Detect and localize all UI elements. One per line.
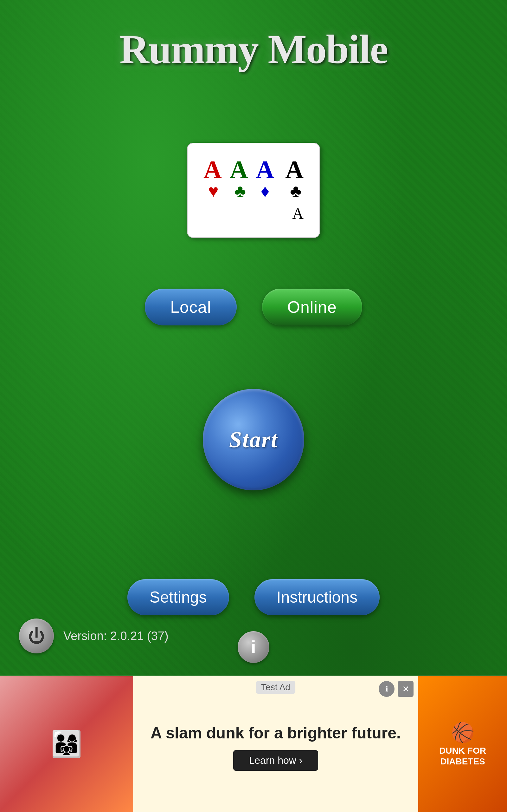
ad-info-icon-button[interactable]: ℹ <box>379 681 395 697</box>
card-inner: A ♥ A ♣ A ♦ A ♣ A <box>194 150 313 231</box>
ace-red-letter: A <box>204 158 222 181</box>
power-version-row: ⏻ Version: 2.0.21 (37) <box>19 618 169 653</box>
power-button[interactable]: ⏻ <box>19 618 54 653</box>
ace-red-suit: ♥ <box>208 181 219 201</box>
ad-content: Test Ad A slam dunk for a brighter futur… <box>133 676 418 812</box>
ad-learn-button[interactable]: Learn how › <box>233 750 319 771</box>
info-button[interactable]: i <box>238 631 269 663</box>
ad-logo: 🏀 DUNK FOR DIABETES <box>418 676 507 812</box>
ace-black-suit: ♣ <box>290 181 301 201</box>
info-button-container: i <box>238 631 269 663</box>
power-section: ⏻ Version: 2.0.21 (37) <box>19 618 169 653</box>
start-button-container: Start <box>203 389 304 490</box>
ad-people-icon: 👨‍👩‍👧 <box>51 729 82 759</box>
ace-green-suit: ♣ <box>234 181 246 201</box>
ace-green-letter: A <box>230 158 248 181</box>
ad-logo-text: DUNK FOR DIABETES <box>425 745 501 767</box>
ad-test-label: Test Ad <box>256 681 295 694</box>
version-label: Version: 2.0.21 (37) <box>63 629 169 643</box>
card-clubs-black: A ♣ A <box>282 155 307 226</box>
instructions-button[interactable]: Instructions <box>255 579 380 615</box>
ace-black-bottom: A <box>292 204 303 223</box>
settings-button[interactable]: Settings <box>127 579 229 615</box>
start-button[interactable]: Start <box>203 389 304 490</box>
cards-fan: A ♥ A ♣ A ♦ A ♣ A <box>187 143 320 238</box>
power-icon: ⏻ <box>28 626 45 646</box>
ad-close-button[interactable]: ✕ <box>398 681 413 697</box>
ad-basketball-icon: 🏀 <box>451 721 475 744</box>
online-button[interactable]: Online <box>262 289 362 325</box>
bottom-buttons-row: Settings Instructions <box>127 579 380 615</box>
ad-banner: 👨‍👩‍👧 Test Ad A slam dunk for a brighter… <box>0 676 507 812</box>
card-diamonds-blue: A ♦ <box>253 155 278 204</box>
ad-image: 👨‍👩‍👧 <box>0 676 133 812</box>
ad-main-text: A slam dunk for a brighter future. <box>151 724 401 742</box>
app-title: Rummy Mobile <box>119 26 388 73</box>
card-clubs-green: A ♣ <box>227 155 251 204</box>
local-button[interactable]: Local <box>145 289 236 325</box>
card-hearts: A ♥ <box>200 155 225 204</box>
mode-buttons-row: Local Online <box>145 289 362 325</box>
ace-blue-suit: ♦ <box>261 181 270 201</box>
ace-blue-letter: A <box>256 158 274 181</box>
ace-black-letter: A <box>285 158 303 181</box>
cards-display: A ♥ A ♣ A ♦ A ♣ A <box>187 143 320 238</box>
